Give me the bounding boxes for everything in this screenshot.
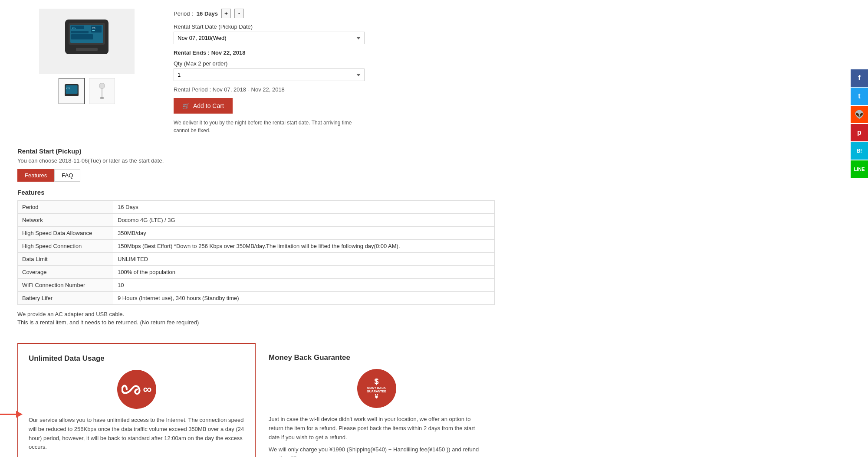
features-table: Period16 DaysNetworkDocomo 4G (LTE) / 3G… bbox=[17, 200, 495, 305]
feature-value: 100% of the population bbox=[113, 266, 495, 279]
start-date-label: Rental Start Date (Pickup Date) bbox=[174, 23, 391, 30]
rental-ends-label: Rental Ends : bbox=[174, 49, 210, 56]
benefits-section: Unlimited Data Usage ∞ Our service allow… bbox=[17, 343, 495, 457]
table-row: Coverage100% of the population bbox=[18, 266, 495, 279]
social-sidebar: f t 👽 p B! LINE bbox=[851, 69, 868, 178]
feature-label: High Speed Data Allowance bbox=[18, 227, 113, 240]
qty-label: Qty (Max 2 per order) bbox=[174, 60, 391, 67]
product-images: LTE WiFi ●●● LTE bbox=[17, 9, 156, 134]
start-date-select[interactable]: Nov 07, 2018(Wed) bbox=[174, 32, 365, 44]
feature-label: Coverage bbox=[18, 266, 113, 279]
social-reddit-btn[interactable]: 👽 bbox=[851, 106, 868, 123]
table-row: High Speed Data Allowance350MB/day bbox=[18, 227, 495, 240]
feature-label: Data Limit bbox=[18, 253, 113, 266]
rental-start-section: Rental Start (Pickup) You can choose 201… bbox=[17, 147, 807, 326]
period-increase-btn[interactable]: - bbox=[234, 9, 244, 18]
feature-value: 16 Days bbox=[113, 201, 495, 214]
hatena-icon: B! bbox=[857, 148, 862, 154]
rental-ends: Rental Ends : Nov 22, 2018 bbox=[174, 49, 391, 56]
feature-value: 9 Hours (Internet use), 340 hours (Stand… bbox=[113, 292, 495, 305]
social-line-btn[interactable]: LINE bbox=[851, 160, 868, 178]
rental-period-label: Rental Period : bbox=[174, 86, 211, 93]
product-main-image: LTE WiFi ●●● bbox=[39, 9, 135, 74]
start-date-group: Rental Start Date (Pickup Date) Nov 07, … bbox=[174, 23, 391, 44]
table-row: Data LimitUNLIMITED bbox=[18, 253, 495, 266]
svg-text:WiFi: WiFi bbox=[92, 27, 95, 29]
feature-value: UNLIMITED bbox=[113, 253, 495, 266]
money-icon-text: MONY BACKGUARANTEE bbox=[367, 386, 386, 393]
rental-period-value: Nov 07, 2018 - Nov 22, 2018 bbox=[213, 86, 285, 93]
rental-period-row: Period : 16 Days + - bbox=[174, 9, 391, 18]
reddit-icon: 👽 bbox=[855, 110, 864, 119]
unlimited-data-card: Unlimited Data Usage ∞ Our service allow… bbox=[17, 343, 256, 457]
feature-value: 350MB/day bbox=[113, 227, 495, 240]
twitter-icon: t bbox=[858, 92, 860, 100]
rental-panel: Period : 16 Days + - Rental Start Date (… bbox=[174, 9, 391, 134]
features-section: Features Period16 DaysNetworkDocomo 4G (… bbox=[17, 189, 807, 326]
money-back-icon-area: $ MONY BACKGUARANTEE ¥ bbox=[269, 369, 484, 408]
table-row: Battery Lifer9 Hours (Internet use), 340… bbox=[18, 292, 495, 305]
product-thumbnail-cable[interactable] bbox=[89, 78, 115, 104]
money-back-text1: Just in case the wi-fi device didn't wor… bbox=[269, 415, 484, 442]
svg-rect-8 bbox=[71, 31, 89, 33]
qty-select[interactable]: 1 bbox=[174, 69, 365, 81]
svg-point-14 bbox=[99, 83, 105, 89]
social-pocket-btn[interactable]: p bbox=[851, 124, 868, 141]
period-decrease-btn[interactable]: + bbox=[221, 9, 231, 18]
feature-label: Battery Lifer bbox=[18, 292, 113, 305]
product-thumbnails: LTE bbox=[17, 78, 156, 104]
pocket-icon: p bbox=[857, 129, 861, 137]
rental-period-info: Rental Period : Nov 07, 2018 - Nov 22, 2… bbox=[174, 86, 391, 93]
unlimited-icon-area: ∞ bbox=[29, 370, 244, 409]
feature-label: WiFi Connection Number bbox=[18, 279, 113, 292]
tabs: Features FAQ bbox=[17, 169, 807, 182]
social-twitter-btn[interactable]: t bbox=[851, 88, 868, 105]
feature-value: 10 bbox=[113, 279, 495, 292]
product-thumbnail-device[interactable]: LTE bbox=[59, 78, 85, 104]
add-to-cart-button[interactable]: 🛒 Add to Cart bbox=[174, 98, 233, 114]
delivery-note: We deliver it to you by the night before… bbox=[174, 119, 365, 134]
features-note1: We provide an AC adapter and USB cable. bbox=[17, 311, 807, 317]
money-back-title: Money Back Guarantee bbox=[269, 353, 484, 362]
svg-text:LTE: LTE bbox=[66, 88, 70, 90]
rental-start-title: Rental Start (Pickup) bbox=[17, 147, 807, 155]
period-label: Period : bbox=[174, 10, 193, 17]
features-title: Features bbox=[17, 189, 807, 196]
period-value: 16 Days bbox=[197, 10, 218, 17]
feature-value: 150Mbps (Best Effort) *Down to 256 Kbps … bbox=[113, 240, 495, 253]
svg-rect-16 bbox=[100, 97, 104, 98]
arrow-indicator bbox=[0, 408, 23, 422]
feature-label: Network bbox=[18, 214, 113, 227]
tab-features[interactable]: Features bbox=[17, 169, 54, 182]
social-hatena-btn[interactable]: B! bbox=[851, 142, 868, 160]
facebook-icon: f bbox=[858, 74, 860, 82]
money-back-card: Money Back Guarantee $ MONY BACKGUARANTE… bbox=[256, 343, 495, 457]
money-icon-dollar: $ bbox=[374, 377, 378, 386]
svg-text:●●●: ●●● bbox=[92, 29, 95, 32]
rental-ends-date: Nov 22, 2018 bbox=[211, 49, 246, 56]
svg-rect-10 bbox=[76, 48, 98, 51]
table-row: High Speed Connection150Mbps (Best Effor… bbox=[18, 240, 495, 253]
add-to-cart-label: Add to Cart bbox=[193, 102, 224, 109]
feature-label: High Speed Connection bbox=[18, 240, 113, 253]
table-row: NetworkDocomo 4G (LTE) / 3G bbox=[18, 214, 495, 227]
svg-rect-9 bbox=[71, 34, 93, 39]
cart-icon: 🛒 bbox=[182, 102, 190, 109]
svg-text:LTE: LTE bbox=[72, 26, 76, 29]
table-row: WiFi Connection Number10 bbox=[18, 279, 495, 292]
unlimited-title: Unlimited Data Usage bbox=[29, 354, 244, 363]
svg-marker-18 bbox=[16, 411, 23, 418]
social-facebook-btn[interactable]: f bbox=[851, 69, 868, 87]
unlimited-text: Our service allows you to have unlimited… bbox=[29, 416, 244, 452]
money-back-icon: $ MONY BACKGUARANTEE ¥ bbox=[357, 369, 396, 408]
table-row: Period16 Days bbox=[18, 201, 495, 214]
features-note2: This is a rental item, and it needs to b… bbox=[17, 319, 807, 326]
money-icon-yen: ¥ bbox=[375, 393, 378, 400]
feature-label: Period bbox=[18, 201, 113, 214]
rental-start-subtitle: You can choose 2018-11-06(Tue) or later … bbox=[17, 157, 807, 164]
tab-faq[interactable]: FAQ bbox=[54, 169, 80, 182]
line-icon: LINE bbox=[854, 166, 865, 172]
qty-group: Qty (Max 2 per order) 1 bbox=[174, 60, 391, 81]
feature-value: Docomo 4G (LTE) / 3G bbox=[113, 214, 495, 227]
money-back-text2: We will only charge you ¥1990 (Shipping(… bbox=[269, 445, 484, 457]
